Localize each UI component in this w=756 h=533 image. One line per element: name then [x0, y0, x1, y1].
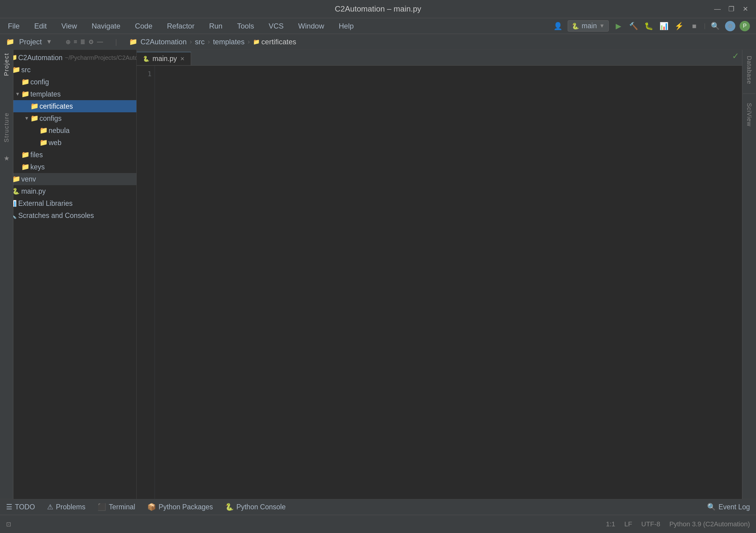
window-title: C2Automation – main.py [335, 4, 421, 14]
left-side-tabs: Project Structure ★ [0, 50, 14, 499]
profile-button[interactable]: ⚡ [674, 21, 685, 32]
event-log-tab[interactable]: 🔍 Event Log [707, 503, 750, 511]
project-panel: ▼ 📁 C2Automation ~/PycharmProjects/C2Aut… [0, 50, 137, 515]
menu-vcs[interactable]: VCS [267, 21, 285, 32]
editor-tab-mainpy[interactable]: 🐍 main.py ✕ [137, 52, 191, 65]
tree-item-keys[interactable]: 📁 keys [0, 161, 136, 173]
file-saved-checkmark: ✓ [732, 51, 739, 61]
search-everywhere-button[interactable]: 🔍 [710, 21, 721, 32]
structure-side-tab[interactable]: Structure [3, 112, 10, 142]
bottom-toolbar: ☰ TODO ⚠ Problems ⬛ Terminal 📦 Python Pa… [0, 499, 756, 515]
sidebar-sciview-tab[interactable]: SciView [746, 100, 753, 130]
menu-file[interactable]: File [6, 21, 21, 32]
menu-run[interactable]: Run [207, 21, 224, 32]
tree-label-src: src [21, 66, 31, 74]
tree-item-templates[interactable]: ▼ 📁 templates [0, 88, 136, 100]
breadcrumb-certificates[interactable]: 📁 certificates [253, 38, 296, 46]
expand-all-icon[interactable]: ≣ [80, 38, 85, 45]
menu-bar: File Edit View Navigate Code Refactor Ru… [0, 18, 756, 34]
folder-src-icon: 📁 [12, 66, 21, 74]
tree-item-extlib[interactable]: ▶ 📊 External Libraries [0, 197, 136, 210]
vcs-profile-icon[interactable]: 👤 [553, 21, 563, 32]
favorites-star-icon[interactable]: ★ [4, 155, 10, 163]
build-button[interactable]: 🔨 [628, 21, 639, 32]
status-bar-expand-icon[interactable]: ⊡ [6, 520, 11, 528]
python-console-tab[interactable]: 🐍 Python Console [225, 503, 285, 511]
tab-close-mainpy[interactable]: ✕ [180, 56, 185, 62]
stop-button[interactable]: ■ [689, 21, 700, 32]
tree-label-certificates: certificates [40, 102, 73, 111]
python-packages-tab[interactable]: 📦 Python Packages [147, 503, 213, 511]
line-numbers: 1 [137, 65, 155, 515]
locate-file-icon[interactable]: ⊕ [66, 38, 71, 45]
terminal-label: Terminal [109, 503, 135, 511]
window-controls: — ❐ ✕ [713, 5, 750, 13]
minimize-button[interactable]: — [713, 5, 722, 13]
editor-content[interactable]: 1 [137, 65, 742, 515]
settings-button[interactable]: ⚙ [725, 21, 735, 31]
tree-item-web[interactable]: 📁 web [0, 137, 136, 149]
menu-view[interactable]: View [60, 21, 79, 32]
breadcrumb-src[interactable]: src [195, 38, 205, 46]
problems-label: Problems [56, 503, 85, 511]
menu-refactor[interactable]: Refactor [165, 21, 197, 32]
debug-button[interactable]: 🐛 [643, 21, 654, 32]
panel-minimize-icon[interactable]: — [97, 38, 103, 45]
tree-item-certificates[interactable]: 📁 certificates [0, 100, 136, 112]
python-console-label: Python Console [236, 503, 285, 511]
run-button[interactable]: ▶ [613, 21, 624, 32]
close-button[interactable]: ✕ [741, 5, 750, 13]
menu-tools[interactable]: Tools [235, 21, 256, 32]
plugins-button[interactable]: P [740, 21, 750, 31]
collapse-all-icon[interactable]: ≡ [74, 38, 77, 45]
tree-item-src[interactable]: ▼ 📁 src [0, 64, 136, 76]
tree-item-config[interactable]: 📁 config [0, 76, 136, 88]
panel-settings-icon[interactable]: ⚙ [88, 38, 94, 45]
folder-certificates-icon: 📁 [30, 102, 40, 110]
coverage-button[interactable]: 📊 [659, 21, 669, 32]
breadcrumb-bar: 📁 Project ▼ ⊕ ≡ ≣ ⚙ — | 📁 C2Automation ›… [0, 34, 756, 50]
tree-item-c2automation[interactable]: ▼ 📁 C2Automation ~/PycharmProjects/C2Aut… [0, 52, 136, 64]
tree-label-nebula: nebula [49, 127, 69, 135]
menu-help[interactable]: Help [337, 21, 355, 32]
right-sidebar-strip: Database SciView [742, 50, 756, 515]
menu-code[interactable]: Code [133, 21, 154, 32]
sidebar-database-tab[interactable]: Database [746, 53, 753, 88]
menu-edit[interactable]: Edit [33, 21, 49, 32]
tree-item-configs[interactable]: ▼ 📁 configs [0, 112, 136, 124]
event-log-icon: 🔍 [707, 503, 716, 511]
tree-label-c2automation: C2Automation [18, 54, 63, 62]
maximize-button[interactable]: ❐ [727, 5, 736, 13]
problems-tab[interactable]: ⚠ Problems [47, 503, 85, 511]
folder-nebula-icon: 📁 [40, 127, 49, 135]
editor-text-area[interactable] [155, 65, 742, 515]
tree-item-files[interactable]: 📁 files [0, 149, 136, 161]
editor-tabs: 🐍 main.py ✕ [137, 50, 742, 65]
terminal-tab[interactable]: ⬛ Terminal [97, 503, 135, 511]
tree-item-scratches[interactable]: 🔧 Scratches and Consoles [0, 210, 136, 221]
folder-files-icon: 📁 [21, 151, 30, 159]
breadcrumb-templates[interactable]: templates [213, 38, 245, 46]
folder-config-icon: 📁 [21, 78, 30, 86]
tree-item-venv[interactable]: ▶ 📁 venv [0, 173, 136, 185]
encoding: UTF-8 [641, 520, 660, 528]
menu-navigate[interactable]: Navigate [90, 21, 122, 32]
tree-item-nebula[interactable]: 📁 nebula [0, 124, 136, 137]
breadcrumb-sep-1: › [190, 38, 192, 46]
menu-window[interactable]: Window [296, 21, 326, 32]
tree-label-web: web [49, 139, 61, 147]
event-log-label: Event Log [718, 503, 750, 511]
folder-templates-icon: 📁 [21, 90, 30, 98]
main-layout: ▼ 📁 C2Automation ~/PycharmProjects/C2Aut… [0, 50, 756, 515]
breadcrumb-project[interactable]: Project [19, 38, 42, 46]
python-interpreter[interactable]: Python 3.9 (C2Automation) [669, 520, 750, 528]
tree-item-mainpy[interactable]: 🐍 main.py [0, 185, 136, 197]
breadcrumb-c2auto[interactable]: C2Automation [140, 38, 186, 46]
todo-tab[interactable]: ☰ TODO [6, 503, 35, 511]
folder-keys-icon: 📁 [21, 163, 30, 171]
problems-icon: ⚠ [47, 503, 53, 511]
project-side-tab[interactable]: Project [3, 53, 10, 76]
run-config-dropdown[interactable]: 🐍 main ▼ [568, 20, 609, 32]
line-ending: LF [625, 520, 633, 528]
python-console-icon: 🐍 [225, 503, 234, 511]
